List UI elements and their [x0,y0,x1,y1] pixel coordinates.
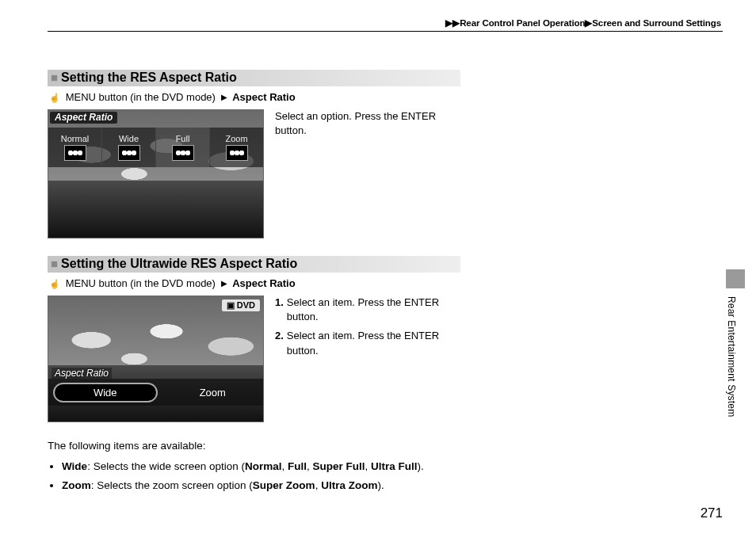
side-tab-marker [726,269,745,288]
square-bullet-icon: ■ [51,71,58,83]
ar-label-1: Aspect Ratio [50,112,117,124]
aspect-option-wide[interactable]: Wide [102,128,156,167]
breadcrumb-sep: ▶ [585,18,592,28]
section1-title: Setting the RES Aspect Ratio [61,71,237,85]
aspect-option-zoom[interactable]: Zoom [210,128,263,167]
aspect-option-full[interactable]: Full [156,128,210,167]
divider-top [48,31,723,32]
hand-icon: ☝ [49,279,60,288]
section1-instruction: Select an option. Press the ENTER button… [275,109,457,238]
section-header-ultrawide: ■ Setting the Ultrawide RES Aspect Ratio [48,256,460,273]
square-bullet-icon: ■ [51,257,58,269]
following-intro: The following items are available: [48,440,723,452]
step-1: 1. Select an item. Press the ENTER butto… [275,296,457,324]
triangle-icon: ▶ [219,93,230,101]
page-number: 271 [701,505,723,521]
breadcrumb-arrows: ▶▶ [445,18,460,28]
nav2-target: Aspect Ratio [232,277,295,289]
screenshot-aspect-ratio-2: ▣ DVD Aspect Ratio Wide Zoom [48,296,264,422]
hand-icon: ☝ [49,93,60,102]
ar-label-2: Aspect Ratio [52,368,112,379]
breadcrumb-part1: Rear Control Panel Operation [460,18,585,28]
step-2: 2. Select an item. Press the ENTER butto… [275,329,457,357]
dvd-badge: ▣ DVD [222,299,260,311]
breadcrumb-part2: Screen and Surround Settings [592,18,721,28]
breadcrumb: ▶▶Rear Control Panel Operation▶Screen an… [48,17,723,29]
section-header-res-aspect: ■ Setting the RES Aspect Ratio [48,70,460,86]
nav-path-2: ☝ MENU button (in the DVD mode) ▶ Aspect… [48,277,723,289]
side-tab-label: Rear Entertainment System [726,288,737,417]
option-zoom: Zoom: Selects the zoom screen option (Su… [62,479,723,494]
section2-title: Setting the Ultrawide RES Aspect Ratio [61,257,297,271]
ultrawide-option-wide[interactable]: Wide [53,383,158,402]
options-list: Wide: Selects the wide screen option (No… [48,460,723,494]
side-tab: Rear Entertainment System [726,269,745,417]
nav-path-1: ☝ MENU button (in the DVD mode) ▶ Aspect… [48,91,723,103]
nav1-pre: MENU button (in the DVD mode) [66,91,216,103]
nav2-pre: MENU button (in the DVD mode) [66,277,216,289]
option-wide: Wide: Selects the wide screen option (No… [62,460,723,475]
ultrawide-option-zoom[interactable]: Zoom [162,387,264,399]
screenshot-aspect-ratio-1: Aspect Ratio Normal Wide Full Zoom [48,109,264,238]
triangle-icon: ▶ [219,279,230,288]
nav1-target: Aspect Ratio [232,91,295,103]
aspect-option-normal[interactable]: Normal [48,128,102,167]
